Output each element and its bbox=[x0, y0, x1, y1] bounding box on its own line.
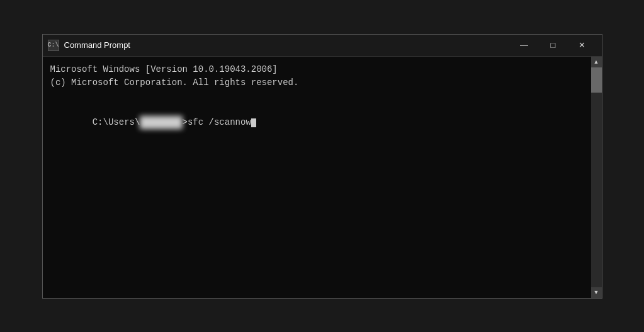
terminal-line-3: C:\Users\████████>sfc /scannow bbox=[50, 103, 584, 142]
maximize-button[interactable]: □ bbox=[539, 34, 568, 56]
scrollbar-thumb[interactable] bbox=[591, 67, 602, 93]
close-button[interactable]: ✕ bbox=[568, 34, 597, 56]
scrollbar: ▲ ▼ bbox=[591, 57, 602, 298]
scroll-down-button[interactable]: ▼ bbox=[591, 287, 602, 298]
terminal-blank-line bbox=[50, 89, 584, 103]
content-area: Microsoft Windows [Version 10.0.19043.20… bbox=[43, 57, 602, 298]
window-controls: — □ ✕ bbox=[510, 34, 597, 56]
scroll-up-icon: ▲ bbox=[594, 59, 599, 65]
terminal-line-1: Microsoft Windows [Version 10.0.19043.20… bbox=[50, 63, 584, 76]
scrollbar-track[interactable] bbox=[591, 67, 602, 287]
app-icon: C:\ bbox=[48, 40, 59, 51]
scroll-up-button[interactable]: ▲ bbox=[591, 57, 602, 67]
terminal-output[interactable]: Microsoft Windows [Version 10.0.19043.20… bbox=[43, 57, 591, 298]
minimize-button[interactable]: — bbox=[510, 34, 539, 56]
terminal-cursor bbox=[251, 118, 256, 127]
terminal-line-2: (c) Microsoft Corporation. All rights re… bbox=[50, 76, 584, 89]
command-prompt-window: C:\ Command Prompt — □ ✕ Microsoft Windo… bbox=[42, 34, 602, 299]
title-bar: C:\ Command Prompt — □ ✕ bbox=[43, 35, 602, 57]
window-title: Command Prompt bbox=[64, 40, 510, 50]
scroll-down-icon: ▼ bbox=[594, 289, 599, 295]
username-redacted: ████████ bbox=[140, 116, 182, 129]
